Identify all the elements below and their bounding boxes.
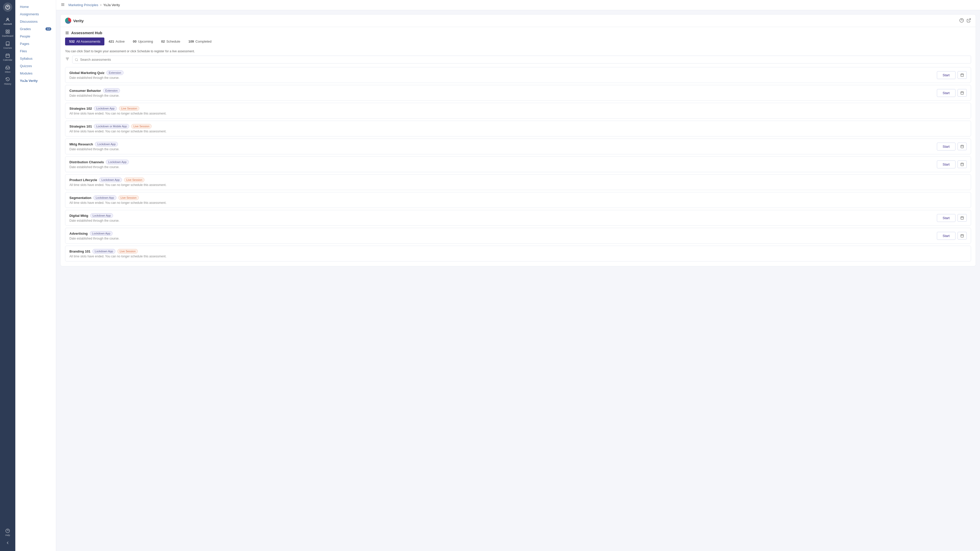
sidebar-item-files[interactable]: Files xyxy=(15,48,56,55)
tab-upcoming-label: Upcoming xyxy=(138,40,153,43)
sidebar-item-pages[interactable]: Pages xyxy=(15,40,56,48)
assessment-subtitle: Date established through the course. xyxy=(69,165,937,169)
start-button[interactable]: Start xyxy=(937,71,956,79)
schedule-icon-button[interactable] xyxy=(958,71,967,79)
assessment-left: Strategies 101 Lockdown or Mobile AppLiv… xyxy=(69,124,967,133)
sidebar-item-grades[interactable]: Grades 13 xyxy=(15,25,56,33)
assessment-left: Distribution Channels Lockdown App Date … xyxy=(69,160,937,169)
svg-rect-4 xyxy=(6,32,7,33)
nav-item-history[interactable]: History xyxy=(0,75,15,87)
external-link-icon[interactable] xyxy=(966,18,971,24)
schedule-icon-button[interactable] xyxy=(958,160,967,168)
schedule-icon-button[interactable] xyxy=(958,89,967,97)
main-content: Marketing Principles > YuJa Verity Verit… xyxy=(56,0,980,551)
svg-rect-6 xyxy=(6,54,10,58)
tab-upcoming-count: 00 xyxy=(133,40,136,43)
nav-bar: Account Dashboard Courses Calendar Inbox xyxy=(0,0,15,551)
assessment-name: Product Lifecycle xyxy=(69,178,97,182)
nav-item-courses[interactable]: Courses xyxy=(0,39,15,51)
assessment-name: Digital Mktg xyxy=(69,214,88,218)
svg-point-0 xyxy=(6,5,10,10)
assessment-item: Segmentation Lockdown AppLive Session Al… xyxy=(65,192,971,208)
assessment-title-row: Consumer Behavior Extension xyxy=(69,88,937,93)
sidebar-item-assignments[interactable]: Assignments xyxy=(15,11,56,18)
sidebar-item-discussions[interactable]: Discussions xyxy=(15,18,56,25)
assessment-item: Digital Mktg Lockdown App Date establish… xyxy=(65,210,971,226)
tab-all-assessments[interactable]: 532 All Assessments xyxy=(65,38,104,45)
assessment-left: Mktg Research Lockdown App Date establis… xyxy=(69,142,937,151)
sidebar-item-yuja-verity[interactable]: YuJa Verity xyxy=(15,77,56,84)
sidebar-item-people[interactable]: People xyxy=(15,33,56,40)
tag-lockdown: Lockdown App xyxy=(95,142,118,146)
nav-item-history-label: History xyxy=(4,83,11,85)
nav-item-calendar[interactable]: Calendar xyxy=(0,51,15,63)
assessment-subtitle: All time slots have ended. You can no lo… xyxy=(69,201,967,205)
sidebar-item-modules[interactable]: Modules xyxy=(15,70,56,77)
schedule-icon-button[interactable] xyxy=(958,232,967,240)
assessment-hub-header: Assessment Hub xyxy=(60,27,976,38)
schedule-icon-button[interactable] xyxy=(958,214,967,222)
assessment-left: Branding 101 Lockdown AppLive Session Al… xyxy=(69,249,967,258)
start-button[interactable]: Start xyxy=(937,232,956,240)
nav-item-help-label: Help xyxy=(5,534,10,537)
start-button[interactable]: Start xyxy=(937,143,956,151)
start-button[interactable]: Start xyxy=(937,89,956,97)
sidebar-item-quizzes[interactable]: Quizzes xyxy=(15,62,56,70)
assessment-item: Distribution Channels Lockdown App Date … xyxy=(65,156,971,172)
tag-lockdown: Lockdown App xyxy=(94,195,116,200)
svg-rect-46 xyxy=(961,234,964,237)
tab-active[interactable]: 421 Active xyxy=(104,38,129,45)
nav-item-account[interactable]: Account xyxy=(0,15,15,27)
assessment-actions: Start xyxy=(937,71,967,79)
tab-schedule[interactable]: 02 Schedule xyxy=(157,38,184,45)
sidebar-item-syllabus[interactable]: Syllabus xyxy=(15,55,56,62)
verity-header-actions xyxy=(959,18,971,24)
assessment-title-row: Strategies 101 Lockdown or Mobile AppLiv… xyxy=(69,124,967,129)
sidebar-item-home[interactable]: Home xyxy=(15,3,56,11)
breadcrumb-course[interactable]: Marketing Principles xyxy=(68,3,98,7)
tab-upcoming[interactable]: 00 Upcoming xyxy=(129,38,157,45)
svg-rect-34 xyxy=(961,145,964,148)
assessment-item: Branding 101 Lockdown AppLive Session Al… xyxy=(65,246,971,262)
menu-icon[interactable] xyxy=(61,3,65,7)
nav-item-account-label: Account xyxy=(3,23,12,25)
sidebar: Home Assignments Discussions Grades 13 P… xyxy=(15,0,56,551)
svg-rect-26 xyxy=(961,74,964,76)
svg-rect-3 xyxy=(8,30,10,31)
nav-item-help[interactable]: Help xyxy=(0,527,15,538)
info-text: You can click Start to begin your assess… xyxy=(60,48,976,56)
search-input[interactable] xyxy=(72,56,971,64)
nav-item-inbox[interactable]: Inbox xyxy=(0,63,15,75)
verity-panel: Verity xyxy=(60,14,976,266)
start-button[interactable]: Start xyxy=(937,160,956,168)
tab-active-count: 421 xyxy=(108,40,114,43)
assessment-subtitle: Date established through the course. xyxy=(69,94,937,97)
svg-line-17 xyxy=(969,19,970,21)
tab-schedule-label: Schedule xyxy=(166,40,180,43)
help-icon[interactable] xyxy=(959,18,964,24)
svg-line-25 xyxy=(77,60,78,61)
svg-rect-30 xyxy=(961,92,964,94)
tag-lockdown: Lockdown App xyxy=(99,178,122,182)
assessment-name: Strategies 101 xyxy=(69,124,92,128)
svg-point-1 xyxy=(7,18,8,20)
tag-extension: Extension xyxy=(103,88,120,93)
tab-completed-count: 109 xyxy=(188,40,194,43)
assessment-item: Product Lifecycle Lockdown AppLive Sessi… xyxy=(65,174,971,190)
tab-schedule-count: 02 xyxy=(161,40,165,43)
assessment-left: Product Lifecycle Lockdown AppLive Sessi… xyxy=(69,178,967,187)
assessment-hub-icon xyxy=(65,31,69,35)
filter-icon[interactable] xyxy=(65,57,70,62)
nav-item-dashboard[interactable]: Dashboard xyxy=(0,27,15,39)
assessment-actions: Start xyxy=(937,232,967,240)
breadcrumb-separator: > xyxy=(100,3,102,7)
assessment-actions: Start xyxy=(937,89,967,97)
nav-collapse-btn[interactable] xyxy=(5,540,10,548)
tab-completed[interactable]: 109 Completed xyxy=(184,38,216,45)
schedule-icon-button[interactable] xyxy=(958,143,967,150)
assessment-actions: Start xyxy=(937,160,967,168)
grades-badge: 13 xyxy=(45,27,51,30)
start-button[interactable]: Start xyxy=(937,214,956,222)
svg-rect-5 xyxy=(8,32,10,33)
assessment-left: Advertising Lockdown App Date establishe… xyxy=(69,231,937,240)
